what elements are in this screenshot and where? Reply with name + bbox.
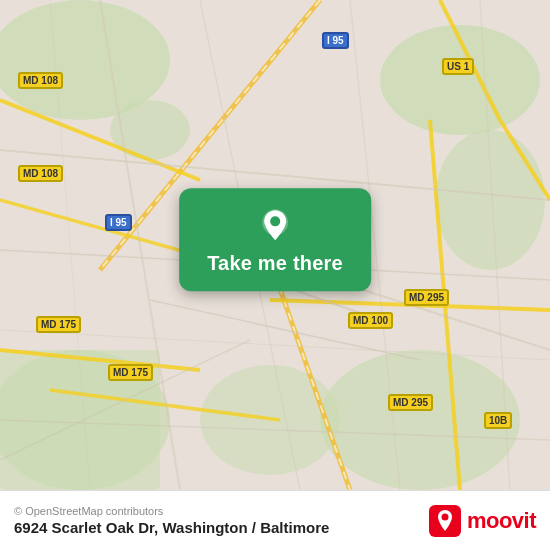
road-label-md175-s: MD 175: [108, 364, 153, 381]
road-label-i95-left: I 95: [105, 214, 132, 231]
road-label-md295-mid: MD 295: [404, 289, 449, 306]
map-container: MD 108 MD 108 I 95 US 1 I 95 MD 175 MD 1…: [0, 0, 550, 490]
address-text: 6924 Scarlet Oak Dr, Washington / Baltim…: [14, 519, 329, 536]
svg-point-37: [441, 513, 448, 520]
road-label-md108-nw: MD 108: [18, 72, 63, 89]
moovit-text: moovit: [467, 508, 536, 534]
road-label-md108-sw: MD 108: [18, 165, 63, 182]
road-label-us1: US 1: [442, 58, 474, 75]
road-label-md175-sw: MD 175: [36, 316, 81, 333]
svg-point-35: [270, 216, 280, 226]
road-label-md295-bot: MD 295: [388, 394, 433, 411]
copyright-text: © OpenStreetMap contributors: [14, 505, 329, 517]
moovit-logo[interactable]: moovit: [429, 505, 536, 537]
road-label-10b: 10B: [484, 412, 512, 429]
road-label-md100: MD 100: [348, 312, 393, 329]
road-label-i95-top: I 95: [322, 32, 349, 49]
moovit-brand-icon: [429, 505, 461, 537]
svg-point-3: [435, 130, 545, 270]
footer-left: © OpenStreetMap contributors 6924 Scarle…: [14, 505, 329, 536]
location-pin-icon: [256, 206, 294, 244]
footer-bar: © OpenStreetMap contributors 6924 Scarle…: [0, 490, 550, 550]
take-me-there-button[interactable]: Take me there: [179, 188, 371, 291]
cta-label: Take me there: [207, 252, 343, 275]
